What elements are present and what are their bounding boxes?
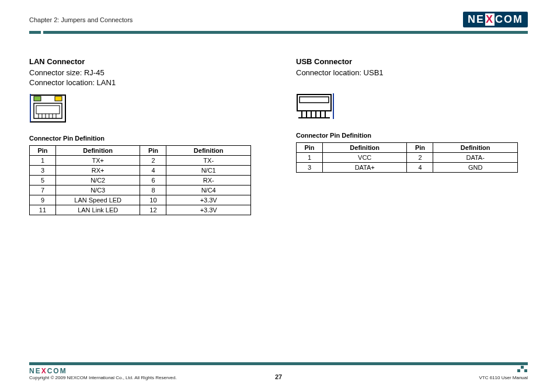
page-footer: NEXCOM Copyright © 2009 NEXCOM Internati… [29,362,528,380]
lan-connector-section: LAN Connector Connector size: RJ-45 Conn… [29,57,261,215]
table-row: 3DATA+4GND [297,163,518,173]
svg-rect-13 [300,97,329,103]
chapter-title: Chapter 2: Jumpers and Connectors [29,16,133,23]
lan-location: Connector location: LAN1 [29,78,261,87]
footer-rule [29,362,528,365]
table-header-row: Pin Definition Pin Definition [297,143,518,153]
table-row: 5N/C26RX- [30,176,251,186]
footer-left: NEXCOM Copyright © 2009 NEXCOM Internati… [29,367,204,380]
table-row: 11LAN Link LED12+3.3V [30,205,251,215]
table-row: 1TX+2TX- [30,156,251,166]
doc-name: VTC 6110 User Manual [353,375,528,380]
table-row: 1VCC2DATA- [297,153,518,163]
lan-pin-table: Pin Definition Pin Definition 1TX+2TX- 3… [29,145,251,215]
page-header: Chapter 2: Jumpers and Connectors NEXCOM [29,12,528,29]
svg-rect-4 [55,96,62,101]
usb-connector-section: USB Connector Connector location: USB1 C… [296,57,528,215]
table-row: 3RX+4N/C1 [30,166,251,176]
footer-logo: NEXCOM [29,367,67,375]
usb-title: USB Connector [296,57,528,66]
lan-table-title: Connector Pin Definition [29,135,261,142]
usb-table-title: Connector Pin Definition [296,132,528,139]
copyright-text: Copyright © 2009 NEXCOM International Co… [29,375,177,380]
usb-pin-table: Pin Definition Pin Definition 1VCC2DATA-… [296,142,518,173]
table-header-row: Pin Definition Pin Definition [30,146,251,156]
usb-diagram [296,93,528,123]
lan-diagram [29,93,261,125]
table-row: 7N/C38N/C4 [30,186,251,195]
lan-title: LAN Connector [29,57,261,66]
table-row: 9LAN Speed LED10+3.3V [30,195,251,205]
brand-logo: NEXCOM [463,12,528,27]
svg-rect-2 [36,106,60,114]
usb-location: Connector location: USB1 [296,68,528,77]
lan-size: Connector size: RJ-45 [29,68,261,77]
content-area: LAN Connector Connector size: RJ-45 Conn… [29,57,528,215]
header-rule [29,31,528,34]
svg-rect-3 [34,96,41,101]
page-number: 27 [204,373,353,380]
